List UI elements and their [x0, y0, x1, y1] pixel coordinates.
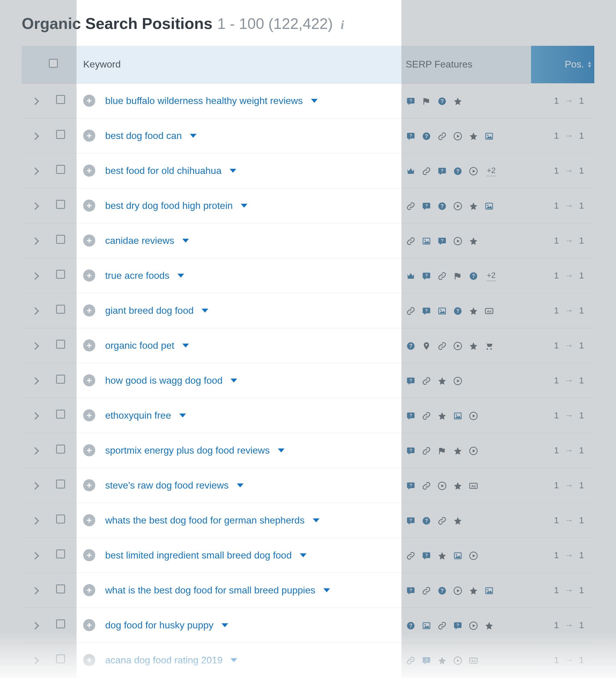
- link-icon[interactable]: [405, 236, 416, 246]
- link-icon[interactable]: [405, 306, 416, 316]
- link-icon[interactable]: [421, 586, 432, 596]
- chevron-down-icon[interactable]: [182, 239, 189, 243]
- link-icon[interactable]: [405, 551, 416, 561]
- ads-icon[interactable]: [468, 481, 479, 491]
- crown-icon[interactable]: [405, 271, 416, 281]
- expand-icon[interactable]: [31, 307, 39, 315]
- expand-icon[interactable]: [31, 342, 39, 350]
- add-keyword-button[interactable]: [83, 514, 95, 526]
- image-icon[interactable]: [437, 306, 447, 316]
- featured-snippet-icon[interactable]: [421, 201, 432, 211]
- featured-snippet-icon[interactable]: [437, 166, 447, 176]
- chevron-down-icon[interactable]: [190, 134, 197, 138]
- link-icon[interactable]: [405, 655, 416, 666]
- star-icon[interactable]: [468, 131, 479, 141]
- expand-icon[interactable]: [31, 97, 39, 105]
- add-keyword-button[interactable]: [83, 479, 95, 491]
- image-icon[interactable]: [484, 201, 494, 211]
- video-icon[interactable]: [453, 586, 463, 596]
- chevron-down-icon[interactable]: [230, 658, 237, 662]
- star-icon[interactable]: [484, 621, 494, 631]
- video-icon[interactable]: [468, 551, 479, 561]
- col-serp[interactable]: SERP Features: [401, 46, 531, 83]
- row-checkbox[interactable]: [56, 200, 65, 209]
- chevron-down-icon[interactable]: [323, 588, 330, 592]
- video-icon[interactable]: [468, 621, 479, 631]
- row-checkbox[interactable]: [56, 619, 65, 628]
- expand-icon[interactable]: [31, 587, 39, 594]
- keyword-link[interactable]: what is the best dog food for small bree…: [105, 585, 315, 596]
- video-icon[interactable]: [468, 446, 479, 456]
- keyword-link[interactable]: blue buffalo wilderness healthy weight r…: [105, 95, 303, 106]
- chevron-down-icon[interactable]: [202, 309, 208, 313]
- expand-icon[interactable]: [31, 167, 39, 175]
- chevron-down-icon[interactable]: [300, 553, 307, 557]
- expand-icon[interactable]: [31, 447, 39, 454]
- add-keyword-button[interactable]: [83, 409, 95, 421]
- featured-snippet-icon[interactable]: [405, 96, 416, 106]
- info-icon[interactable]: i: [340, 18, 344, 32]
- keyword-link[interactable]: best dog food can: [105, 130, 182, 141]
- star-icon[interactable]: [468, 201, 479, 211]
- star-icon[interactable]: [453, 481, 463, 491]
- image-icon[interactable]: [453, 411, 463, 421]
- chevron-down-icon[interactable]: [237, 484, 243, 487]
- keyword-link[interactable]: giant breed dog food: [105, 305, 194, 316]
- link-icon[interactable]: [437, 131, 447, 141]
- expand-icon[interactable]: [31, 202, 39, 210]
- expand-icon[interactable]: [31, 377, 39, 384]
- star-icon[interactable]: [468, 236, 479, 246]
- featured-snippet-icon[interactable]: [421, 306, 432, 316]
- link-icon[interactable]: [421, 376, 432, 386]
- crown-icon[interactable]: [405, 166, 416, 176]
- chevron-down-icon[interactable]: [278, 448, 285, 452]
- row-checkbox[interactable]: [56, 375, 65, 384]
- faq-icon[interactable]: [453, 166, 463, 176]
- image-icon[interactable]: [421, 621, 432, 631]
- row-checkbox[interactable]: [56, 514, 65, 524]
- image-icon[interactable]: [484, 586, 494, 596]
- featured-snippet-icon[interactable]: [405, 411, 416, 421]
- star-icon[interactable]: [468, 586, 479, 596]
- expand-icon[interactable]: [31, 237, 39, 245]
- add-keyword-button[interactable]: [83, 235, 95, 247]
- video-icon[interactable]: [453, 236, 463, 246]
- row-checkbox[interactable]: [56, 480, 65, 489]
- chevron-down-icon[interactable]: [313, 518, 320, 522]
- expand-icon[interactable]: [31, 517, 39, 525]
- expand-icon[interactable]: [31, 552, 39, 559]
- link-icon[interactable]: [421, 411, 432, 421]
- link-icon[interactable]: [437, 516, 447, 526]
- faq-icon[interactable]: [421, 516, 432, 526]
- more-serp-count[interactable]: +2: [487, 166, 496, 176]
- featured-snippet-icon[interactable]: [405, 446, 416, 456]
- ads-icon[interactable]: [468, 655, 479, 666]
- link-icon[interactable]: [437, 621, 447, 631]
- sort-icon[interactable]: ▲▼: [587, 61, 592, 68]
- row-checkbox[interactable]: [56, 409, 65, 419]
- row-checkbox[interactable]: [56, 550, 65, 558]
- add-keyword-button[interactable]: [83, 584, 95, 596]
- image-icon[interactable]: [484, 131, 494, 141]
- col-select-all[interactable]: [49, 46, 76, 83]
- chevron-down-icon[interactable]: [241, 204, 247, 208]
- add-keyword-button[interactable]: [83, 549, 95, 561]
- link-icon[interactable]: [405, 201, 416, 211]
- featured-snippet-icon[interactable]: [437, 236, 447, 246]
- row-checkbox[interactable]: [56, 165, 65, 174]
- add-keyword-button[interactable]: [83, 130, 95, 142]
- expand-icon[interactable]: [31, 622, 39, 629]
- flag-icon[interactable]: [421, 96, 432, 106]
- keyword-link[interactable]: sportmix energy plus dog food reviews: [105, 445, 270, 456]
- row-checkbox[interactable]: [56, 270, 65, 279]
- local-icon[interactable]: [421, 341, 432, 351]
- add-keyword-button[interactable]: [83, 269, 95, 282]
- featured-snippet-icon[interactable]: [421, 655, 432, 666]
- keyword-link[interactable]: dog food for husky puppy: [105, 620, 213, 630]
- faq-icon[interactable]: [421, 131, 432, 141]
- image-icon[interactable]: [421, 236, 432, 246]
- keyword-link[interactable]: best limited ingredient small breed dog …: [105, 550, 292, 561]
- add-keyword-button[interactable]: [83, 374, 95, 386]
- more-serp-count[interactable]: +2: [487, 271, 496, 281]
- keyword-link[interactable]: whats the best dog food for german sheph…: [105, 515, 305, 526]
